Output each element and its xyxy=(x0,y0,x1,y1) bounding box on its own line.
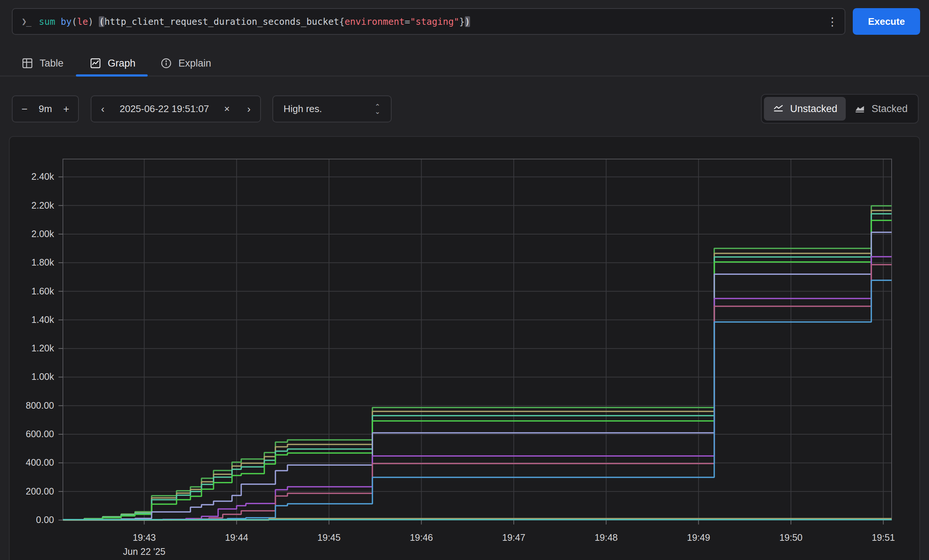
y-axis-label: 1.40k xyxy=(31,314,54,325)
clear-time-icon[interactable]: × xyxy=(222,103,232,115)
unstacked-button[interactable]: Unstacked xyxy=(764,97,846,121)
promql-token: http_client_request_duration_seconds_buc… xyxy=(104,16,339,27)
graph-icon xyxy=(89,57,102,70)
select-chevrons-icon: ⌃⌄ xyxy=(374,104,380,114)
graph-panel: 0.00200.00400.00600.00800.001.00k1.20k1.… xyxy=(9,136,920,560)
y-axis-label: 800.00 xyxy=(26,400,54,410)
promql-token: sum xyxy=(39,16,61,27)
y-axis-label: 400.00 xyxy=(26,457,54,468)
promql-token: { xyxy=(339,16,345,27)
y-axis-label: 0.00 xyxy=(36,514,54,525)
result-tabs: Table Graph Explain xyxy=(0,51,929,77)
stacking-toggle: Unstacked Stacked xyxy=(761,94,919,124)
promql-token: by xyxy=(61,16,72,27)
y-axis-label: 2.40k xyxy=(31,171,54,182)
series-line-series-7 xyxy=(63,265,892,520)
promql-token: ) xyxy=(88,16,99,27)
x-axis-label: 19:50 xyxy=(779,532,803,543)
promql-token: le xyxy=(77,16,88,27)
series-line-series-4 xyxy=(63,220,892,520)
range-selector: − 9m + xyxy=(12,95,79,122)
promql-token: ( xyxy=(99,16,104,27)
y-axis-label: 2.20k xyxy=(31,200,54,210)
range-decrease-button[interactable]: − xyxy=(19,103,30,115)
area-chart-icon xyxy=(854,103,866,115)
query-options-menu-icon[interactable]: ⋮ xyxy=(822,11,842,31)
resolution-select[interactable]: High res. ⌃⌄ xyxy=(273,95,392,122)
datetime-value[interactable]: 2025-06-22 19:51:07 xyxy=(120,103,209,115)
x-axis-label: 19:49 xyxy=(687,532,710,543)
range-increase-button[interactable]: + xyxy=(61,103,71,115)
series-line-series-6 xyxy=(63,257,892,520)
execute-button[interactable]: Execute xyxy=(853,8,920,35)
y-axis-label: 200.00 xyxy=(26,486,54,496)
plot-frame xyxy=(63,159,892,520)
stacked-label: Stacked xyxy=(872,103,908,115)
series-line-series-3 xyxy=(63,214,892,520)
x-axis-label: 19:44 xyxy=(225,532,248,543)
tab-graph[interactable]: Graph xyxy=(89,51,135,75)
info-icon xyxy=(160,57,172,70)
x-axis-label: 19:48 xyxy=(595,532,618,543)
x-axis-label: 19:45 xyxy=(317,532,341,543)
stacked-button[interactable]: Stacked xyxy=(846,97,916,121)
time-forward-chevron-icon[interactable]: › xyxy=(245,103,253,115)
tab-explain-label: Explain xyxy=(178,58,212,69)
tab-table[interactable]: Table xyxy=(21,51,64,75)
time-back-chevron-icon[interactable]: ‹ xyxy=(99,103,107,115)
x-axis-label: 19:47 xyxy=(502,532,526,543)
promql-token: ) xyxy=(465,16,471,27)
time-series-chart[interactable]: 0.00200.00400.00600.00800.001.00k1.20k1.… xyxy=(10,137,919,560)
promql-token: "staging" xyxy=(410,16,459,27)
y-axis-label: 600.00 xyxy=(26,429,54,439)
x-axis-label: 19:43 xyxy=(132,532,156,543)
y-axis-label: 1.20k xyxy=(31,343,54,353)
promql-token: ( xyxy=(71,16,77,27)
promql-token: } xyxy=(459,16,465,27)
datetime-picker: ‹ 2025-06-22 19:51:07 × › xyxy=(91,95,261,122)
promql-expression[interactable]: sum by(le) (http_client_request_duration… xyxy=(39,16,822,27)
unstacked-label: Unstacked xyxy=(790,103,838,115)
tab-explain[interactable]: Explain xyxy=(160,51,212,75)
y-axis-label: 2.00k xyxy=(31,229,54,239)
tab-table-label: Table xyxy=(40,58,64,69)
x-axis-date-label: Jun 22 '25 xyxy=(123,546,166,557)
x-axis-label: 19:46 xyxy=(410,532,433,543)
line-chart-icon xyxy=(773,103,784,115)
query-input[interactable]: ❯_ sum by(le) (http_client_request_durat… xyxy=(12,8,845,35)
resolution-value: High res. xyxy=(284,103,322,115)
active-tab-indicator xyxy=(76,74,148,77)
y-axis-label: 1.80k xyxy=(31,257,54,268)
terminal-prompt-icon: ❯_ xyxy=(21,16,31,27)
prometheus-graph-page: ❯_ sum by(le) (http_client_request_durat… xyxy=(0,0,929,560)
y-axis-label: 1.60k xyxy=(31,286,54,296)
series-line-series-8 xyxy=(63,280,892,520)
tab-graph-label: Graph xyxy=(108,58,135,69)
promql-token: = xyxy=(405,16,410,27)
table-icon xyxy=(21,57,34,70)
x-axis-label: 19:51 xyxy=(872,532,895,543)
promql-token: environment xyxy=(345,16,405,27)
y-axis-label: 1.00k xyxy=(31,371,54,382)
range-value[interactable]: 9m xyxy=(38,103,52,115)
